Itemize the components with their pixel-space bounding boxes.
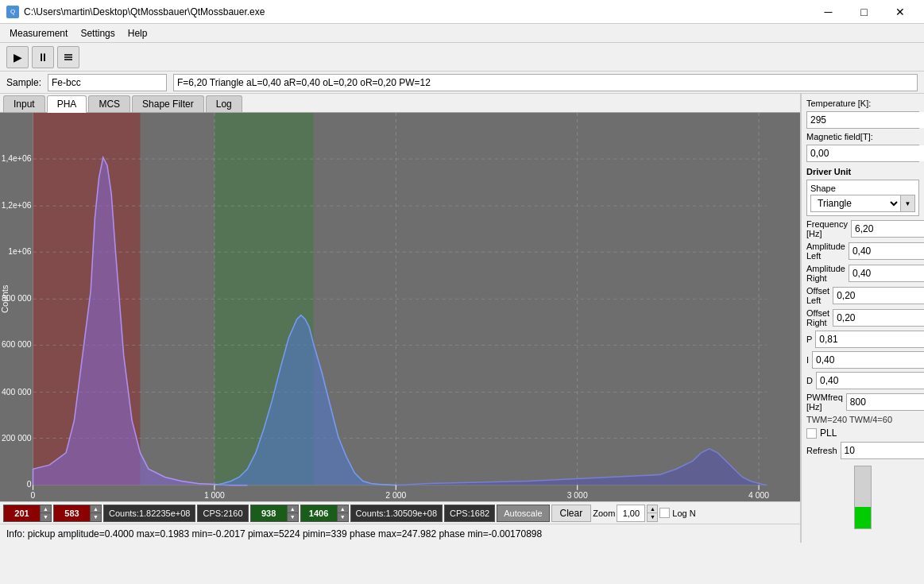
menu-settings[interactable]: Settings <box>74 26 121 41</box>
range-end-2-input[interactable] <box>301 505 337 521</box>
i-label: I <box>806 355 809 365</box>
bottom-controls: ▲ ▼ ▲ ▼ Counts:1.82235e+08 CPS:2160 <box>0 501 800 524</box>
range-end-2-up[interactable]: ▲ <box>338 505 348 514</box>
zoom-input[interactable] <box>617 505 645 522</box>
range-start-2-down[interactable]: ▼ <box>288 513 298 521</box>
range-end-1-up[interactable]: ▲ <box>91 505 101 514</box>
level-indicator <box>854 466 872 529</box>
amplitude-right-input[interactable] <box>849 265 924 281</box>
tab-pha[interactable]: PHA <box>47 95 87 113</box>
offset-right-input[interactable] <box>833 310 924 326</box>
zoom-up[interactable]: ▲ <box>648 505 657 514</box>
tab-mcs[interactable]: MCS <box>88 95 130 112</box>
svg-text:Counts: Counts <box>0 284 10 313</box>
magnetic-field-input[interactable] <box>807 145 924 161</box>
app-icon: Q <box>6 6 19 18</box>
pll-row: PLL <box>806 427 919 439</box>
svg-text:1e+06: 1e+06 <box>8 247 31 256</box>
range-start-2-up[interactable]: ▲ <box>288 505 298 514</box>
shape-select[interactable]: Triangle <box>811 195 900 211</box>
offset-left-label: Offset Left <box>806 286 829 305</box>
svg-text:3 000: 3 000 <box>567 491 588 500</box>
menu-measurement[interactable]: Measurement <box>3 26 74 41</box>
temperature-spinner[interactable]: ▲ ▼ <box>806 111 919 129</box>
autoscale-button[interactable]: Autoscale <box>497 505 549 522</box>
zoom-row: Zoom ▲ ▼ <box>593 505 658 522</box>
counts-display-2: Counts:1.30509e+08 <box>350 505 443 522</box>
amplitude-right-spinner[interactable]: ▲ ▼ <box>849 265 924 282</box>
amplitude-left-spinner[interactable]: ▲ ▼ <box>849 242 924 260</box>
range-start-1-btns: ▲ ▼ <box>40 505 51 521</box>
i-input[interactable] <box>813 352 924 368</box>
pwmfreq-input[interactable] <box>847 394 924 410</box>
range-start-1-down[interactable]: ▼ <box>41 513 51 521</box>
counts-display-1: Counts:1.82235e+08 <box>103 505 195 522</box>
range-start-1-input[interactable] <box>4 505 40 521</box>
maximize-button[interactable]: □ <box>846 0 882 24</box>
svg-text:1,2e+06: 1,2e+06 <box>2 201 32 210</box>
sample-name-input[interactable] <box>48 74 167 91</box>
range-end-2-down[interactable]: ▼ <box>338 513 348 521</box>
range-end-1-down[interactable]: ▼ <box>91 513 101 521</box>
range-end-2-btns: ▲ ▼ <box>337 505 348 521</box>
sample-label: Sample: <box>6 77 41 88</box>
tab-shape-filter[interactable]: Shape Filter <box>132 95 204 112</box>
range-start-1[interactable]: ▲ ▼ <box>3 505 52 522</box>
offset-right-label: Offset Right <box>806 308 829 327</box>
svg-text:1 000: 1 000 <box>204 491 225 500</box>
sample-formula-input[interactable] <box>173 74 918 91</box>
d-spinner[interactable]: ▲ ▼ <box>816 372 924 389</box>
range-start-2-input[interactable] <box>251 505 287 521</box>
pha-chart: 1,4e+06 1,2e+06 1e+06 800 000 600 000 40… <box>0 113 800 501</box>
play-button[interactable]: ▶ <box>6 46 29 68</box>
svg-text:2 000: 2 000 <box>385 491 406 500</box>
info-text: pickup amplitude=0.4000 max=0.1983 min=-… <box>28 528 542 540</box>
amplitude-left-input[interactable] <box>849 243 924 259</box>
title-bar: Q C:\Users\martin\Desktop\QtMossbauer\Qt… <box>0 0 924 24</box>
refresh-input[interactable] <box>841 443 924 458</box>
offset-left-spinner[interactable]: ▲ ▼ <box>833 287 924 304</box>
svg-text:400 000: 400 000 <box>2 388 32 396</box>
p-spinner[interactable]: ▲ ▼ <box>815 331 924 348</box>
range-end-1[interactable]: ▲ ▼ <box>53 505 102 522</box>
log-row: Log N <box>659 508 695 518</box>
offset-left-input[interactable] <box>833 288 924 304</box>
offset-right-spinner[interactable]: ▲ ▼ <box>833 309 924 327</box>
close-button[interactable]: ✕ <box>882 0 918 24</box>
pll-checkbox[interactable] <box>806 428 817 439</box>
pwmfreq-spinner[interactable]: ▲ ▼ <box>846 393 924 411</box>
settings-button[interactable] <box>57 46 79 68</box>
temperature-input[interactable] <box>807 112 924 128</box>
range-start-1-up[interactable]: ▲ <box>41 505 51 514</box>
range-start-2[interactable]: ▲ ▼ <box>250 505 299 522</box>
menu-help[interactable]: Help <box>122 26 154 41</box>
svg-rect-0 <box>64 54 72 56</box>
shape-select-row[interactable]: Triangle ▼ <box>810 195 915 212</box>
d-input[interactable] <box>817 373 924 389</box>
tab-input[interactable]: Input <box>3 95 45 112</box>
tab-log[interactable]: Log <box>206 95 242 112</box>
i-spinner[interactable]: ▲ ▼ <box>812 351 924 369</box>
range-end-2[interactable]: ▲ ▼ <box>300 505 349 522</box>
log-n-checkbox[interactable] <box>659 508 670 518</box>
temperature-label: Temperature [K]: <box>806 99 919 108</box>
amplitude-left-label: Amplitude Left <box>806 242 845 261</box>
range-start-2-btns: ▲ ▼ <box>287 505 298 521</box>
minimize-button[interactable]: ─ <box>810 0 846 24</box>
range-end-1-input[interactable] <box>54 505 90 521</box>
magnetic-field-spinner[interactable]: ▲ ▼ <box>806 145 919 162</box>
svg-text:200 000: 200 000 <box>2 434 32 443</box>
svg-rect-1 <box>64 56 72 58</box>
svg-text:600 000: 600 000 <box>2 341 32 350</box>
p-input[interactable] <box>816 331 924 347</box>
clear-button[interactable]: Clear <box>551 505 592 522</box>
frequency-spinner[interactable]: ▲ ▼ <box>851 220 924 238</box>
pause-button[interactable]: ⏸ <box>32 46 54 68</box>
refresh-spinner[interactable]: ▲ ▼ <box>841 442 924 459</box>
d-label: D <box>806 376 813 385</box>
frequency-input[interactable] <box>852 221 924 237</box>
zoom-down[interactable]: ▼ <box>648 513 657 521</box>
offset-left-row: Offset Left ▲ ▼ <box>806 286 919 305</box>
refresh-row: Refresh ▲ ▼ <box>806 442 919 459</box>
shape-arrow[interactable]: ▼ <box>900 195 914 211</box>
